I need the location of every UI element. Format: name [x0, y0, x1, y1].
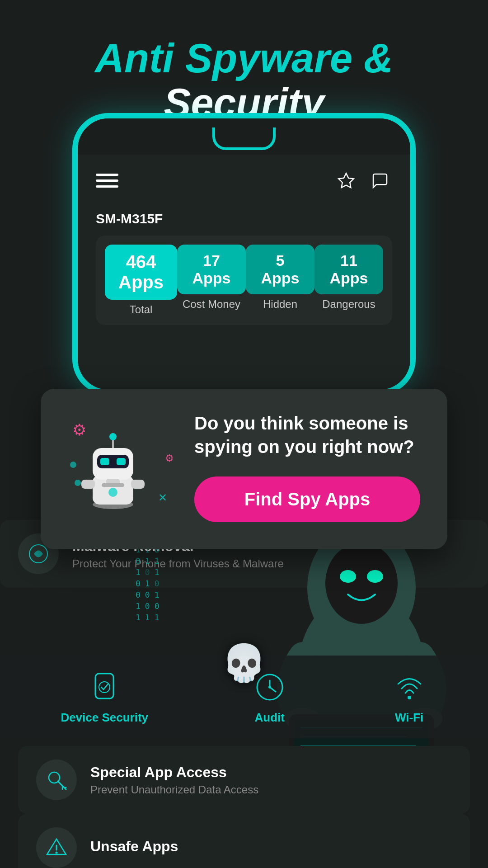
nav-wifi[interactable]: Wi-Fi — [391, 669, 427, 725]
star-icon — [337, 172, 355, 190]
svg-rect-3 — [81, 480, 95, 489]
title-line1: Anti Spyware & — [0, 36, 488, 81]
svg-point-13 — [108, 488, 117, 497]
phone-frame: SM-M315F 464 Apps Total 17 Apps Cost Mon… — [72, 113, 416, 395]
special-access-desc: Prevent Unauthorized Data Access — [90, 783, 258, 796]
nav-device-security[interactable]: Device Security — [61, 669, 148, 725]
svg-point-37 — [268, 686, 271, 689]
x-mark: ✕ — [158, 491, 167, 504]
special-access-icon-circle — [36, 760, 77, 800]
phone-notch — [212, 127, 276, 150]
stat-label-dangerous: Dangerous — [322, 298, 375, 311]
phone-mockup: SM-M315F 464 Apps Total 17 Apps Cost Mon… — [72, 113, 416, 395]
special-access-title: Special App Access — [90, 764, 258, 781]
unsafe-title: Unsafe Apps — [90, 838, 178, 855]
device-security-icon — [86, 669, 122, 705]
find-spy-button[interactable]: Find Spy Apps — [194, 476, 420, 522]
phone-header — [96, 168, 392, 193]
svg-rect-8 — [117, 458, 126, 465]
chat-icon — [371, 172, 389, 190]
stat-badge-dangerous: 11 Apps — [314, 245, 383, 294]
svg-rect-32 — [95, 674, 113, 698]
unsafe-text: Unsafe Apps — [90, 838, 178, 858]
svg-point-44 — [55, 851, 57, 854]
header-icons — [333, 168, 392, 193]
device-security-label: Device Security — [61, 711, 148, 725]
svg-point-38 — [408, 696, 411, 699]
device-security-svg — [89, 671, 120, 703]
wifi-label: Wi-Fi — [395, 711, 423, 725]
chat-button[interactable] — [367, 168, 392, 193]
svg-rect-4 — [131, 480, 145, 489]
key-icon — [44, 768, 69, 793]
stat-total[interactable]: 464 Apps Total — [105, 245, 177, 316]
wifi-icon — [391, 669, 427, 705]
spy-question: Do you think someone is spying on you ri… — [194, 411, 420, 458]
svg-rect-12 — [102, 483, 124, 487]
svg-rect-7 — [100, 458, 109, 465]
stat-badge-cost: 17 Apps — [177, 245, 246, 294]
stat-label-cost: Cost Money — [183, 298, 240, 311]
robot-container: ⚙ ⚙ ✕ — [68, 416, 176, 518]
svg-point-33 — [99, 682, 110, 693]
spy-text-section: Do you think someone is spying on you ri… — [194, 411, 420, 522]
wifi-svg — [394, 671, 425, 703]
unsafe-icon — [44, 835, 69, 860]
skull-overlay: 💀 — [221, 642, 267, 684]
stat-hidden[interactable]: 5 Apps Hidden — [246, 245, 314, 316]
menu-button[interactable] — [96, 174, 118, 188]
stat-cost[interactable]: 17 Apps Cost Money — [177, 245, 246, 316]
audit-label: Audit — [255, 711, 285, 725]
svg-point-11 — [109, 433, 117, 440]
phone-content: SM-M315F 464 Apps Total 17 Apps Cost Mon… — [78, 155, 410, 390]
special-access-text: Special App Access Prevent Unauthorized … — [90, 764, 258, 796]
dot-decoration-2 — [75, 480, 81, 486]
unsafe-row[interactable]: Unsafe Apps — [18, 814, 470, 868]
dot-decoration-1 — [70, 462, 76, 468]
svg-marker-0 — [338, 173, 353, 188]
stat-dangerous[interactable]: 11 Apps Dangerous — [314, 245, 383, 316]
special-access-row[interactable]: Special App Access Prevent Unauthorized … — [18, 746, 470, 814]
spy-card: ⚙ ⚙ ✕ — [41, 389, 447, 549]
phone-notch-area — [78, 118, 410, 155]
stats-grid: 464 Apps Total 17 Apps Cost Money 5 Apps… — [96, 236, 392, 325]
device-name: SM-M315F — [96, 211, 392, 226]
stat-badge-hidden: 5 Apps — [246, 245, 314, 294]
stat-label-total: Total — [130, 303, 153, 316]
unsafe-icon-circle — [36, 827, 77, 868]
stat-badge-total: 464 Apps — [105, 245, 177, 300]
stat-label-hidden: Hidden — [263, 298, 297, 311]
gear-icon-red: ⚙ — [72, 421, 86, 439]
gear-icon-red2: ⚙ — [165, 453, 174, 464]
star-button[interactable] — [333, 168, 358, 193]
